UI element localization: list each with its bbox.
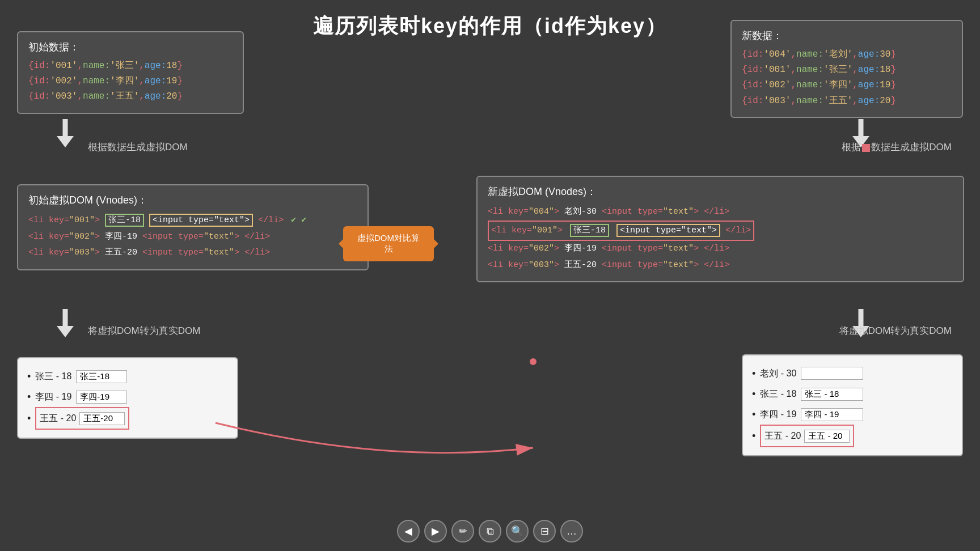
real-dom-new-line-2: • 张三 - 18 bbox=[752, 384, 953, 404]
real-dom-new-line-4: • 王五 - 20 bbox=[752, 425, 953, 447]
left-arrow-label-1: 根据数据生成虚拟DOM bbox=[88, 141, 188, 154]
new-data-label: 新数据： bbox=[742, 29, 952, 43]
new-data-box: 新数据： {id:'004',name:'老刘',age:30} {id:'00… bbox=[730, 20, 963, 118]
svg-point-0 bbox=[530, 358, 537, 365]
input-zhangsan-new[interactable] bbox=[801, 388, 863, 401]
vdom-new-line-4: <li key="003"> 王五-20 <input type="text">… bbox=[488, 257, 953, 274]
input-lisi-initial[interactable] bbox=[76, 391, 127, 404]
initial-data-line-1: {id:'001',name:'张三',age:18} bbox=[28, 58, 233, 74]
copy-button[interactable]: ⧉ bbox=[479, 520, 501, 542]
input-wangwu-initial[interactable] bbox=[79, 412, 125, 425]
right-arrow-label-2: 将虚拟DOM转为真实DOM bbox=[839, 324, 952, 337]
left-down-arrow-1 bbox=[57, 119, 74, 147]
initial-data-label: 初始数据： bbox=[28, 40, 233, 54]
compare-arrow: 虚拟DOM对比算法 bbox=[340, 221, 437, 266]
vdom-initial-line-1: <li key="001"> 张三-18 <input type="text">… bbox=[28, 213, 357, 229]
initial-vdom-label: 初始虚拟DOM (Vnodes)： bbox=[28, 193, 357, 207]
initial-data-line-3: {id:'003',name:'王五',age:20} bbox=[28, 89, 233, 104]
new-vdom-label: 新虚拟DOM (Vnodes)： bbox=[488, 185, 953, 198]
real-dom-new-line-1: • 老刘 - 30 bbox=[752, 363, 953, 384]
input-laoliu-new[interactable] bbox=[801, 367, 863, 380]
vdom-initial-line-2: <li key="002"> 李四-19 <input type="text">… bbox=[28, 229, 357, 245]
new-vdom-box: 新虚拟DOM (Vnodes)： <li key="004"> 老刘-30 <i… bbox=[476, 176, 964, 282]
more-button[interactable]: … bbox=[560, 520, 583, 542]
real-dom-initial-line-3: • 王五 - 20 bbox=[27, 407, 228, 430]
input-wangwu-new[interactable] bbox=[804, 430, 850, 443]
prev-button[interactable]: ◀ bbox=[397, 520, 420, 542]
left-arrow-label-2: 将虚拟DOM转为真实DOM bbox=[88, 324, 200, 337]
vdom-new-line-2: <li key="001"> 张三-18 <input type="text">… bbox=[488, 221, 754, 241]
new-data-line-2: {id:'001',name:'张三',age:18} bbox=[742, 62, 952, 78]
edit-button[interactable]: ✏ bbox=[451, 520, 474, 542]
search-button[interactable]: 🔍 bbox=[506, 520, 529, 542]
vdom-initial-line-3: <li key="003"> 王五-20 <input type="text">… bbox=[28, 245, 357, 261]
next-button[interactable]: ▶ bbox=[424, 520, 447, 542]
new-data-line-1: {id:'004',name:'老刘',age:30} bbox=[742, 47, 952, 62]
left-down-arrow-2 bbox=[57, 309, 74, 337]
initial-real-dom-box: • 张三 - 18 • 李四 - 19 • 王五 - 20 bbox=[17, 357, 238, 439]
initial-vdom-box: 初始虚拟DOM (Vnodes)： <li key="001"> 张三-18 <… bbox=[17, 184, 369, 270]
right-arrow-label-1: 根据数据生成虚拟DOM bbox=[842, 141, 952, 154]
real-dom-initial-line-1: • 张三 - 18 bbox=[27, 366, 228, 387]
bottom-bar: ◀ ▶ ✏ ⧉ 🔍 ⊟ … bbox=[0, 520, 980, 542]
real-dom-new-line-3: • 李四 - 19 bbox=[752, 404, 953, 425]
new-real-dom-box: • 老刘 - 30 • 张三 - 18 • 李四 - 19 • 王五 - 20 bbox=[742, 354, 963, 456]
input-lisi-new[interactable] bbox=[801, 408, 863, 421]
real-dom-initial-line-2: • 李四 - 19 bbox=[27, 387, 228, 407]
new-data-line-4: {id:'003',name:'王五',age:20} bbox=[742, 94, 952, 109]
initial-data-box: 初始数据： {id:'001',name:'张三',age:18} {id:'0… bbox=[17, 31, 244, 114]
new-data-line-3: {id:'002',name:'李四',age:19} bbox=[742, 78, 952, 93]
minus-button[interactable]: ⊟ bbox=[533, 520, 556, 542]
compare-label: 虚拟DOM对比算法 bbox=[343, 226, 434, 261]
vdom-new-line-1: <li key="004"> 老刘-30 <input type="text">… bbox=[488, 204, 953, 221]
initial-data-line-2: {id:'002',name:'李四',age:19} bbox=[28, 74, 233, 89]
vdom-new-line-3: <li key="002"> 李四-19 <input type="text">… bbox=[488, 241, 953, 257]
input-zhangsan-initial[interactable] bbox=[76, 370, 127, 383]
